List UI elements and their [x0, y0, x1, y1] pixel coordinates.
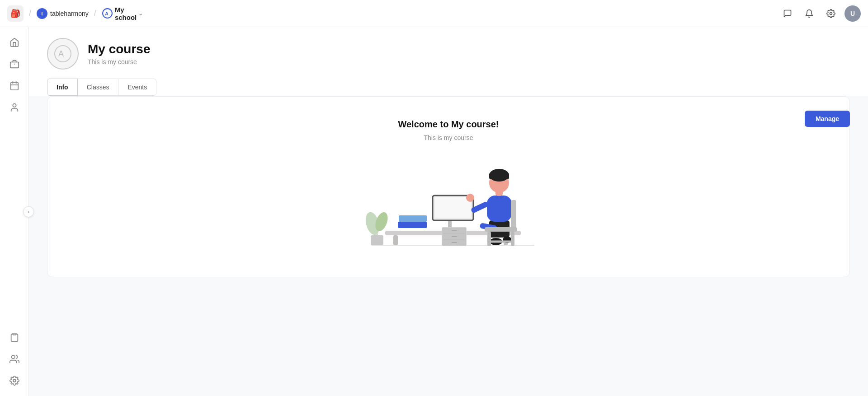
sidebar: › [0, 27, 29, 396]
course-header-info: A My course This is my course [47, 38, 850, 70]
course-subtitle: This is my course [88, 58, 151, 65]
svg-rect-39 [487, 196, 512, 222]
svg-rect-21 [393, 235, 398, 245]
breadcrumb-school[interactable]: A My school ⌄ [102, 6, 143, 21]
settings-button[interactable] [823, 5, 839, 22]
app-initial-text: t [41, 11, 43, 16]
tab-classes[interactable]: Classes [77, 79, 119, 96]
sidebar-bottom [5, 327, 24, 391]
page-header: A My course This is my course Info Class… [29, 27, 868, 96]
bell-icon [805, 9, 814, 18]
svg-rect-3 [10, 62, 18, 68]
toggle-chevron-icon: › [28, 209, 29, 214]
course-avatar: A [47, 38, 79, 70]
sidebar-item-clipboard[interactable] [5, 327, 24, 347]
svg-rect-24 [399, 215, 427, 222]
svg-rect-49 [487, 232, 491, 246]
main-layout: › [0, 27, 868, 396]
svg-rect-10 [13, 333, 16, 335]
welcome-subtitle: This is my course [424, 134, 473, 141]
breadcrumb-sep-2: / [94, 9, 96, 18]
sidebar-item-school[interactable] [5, 54, 24, 74]
manage-button[interactable]: Manage [805, 111, 850, 127]
message-icon [783, 9, 792, 18]
user-avatar[interactable]: U [844, 5, 861, 22]
sidebar-item-calendar[interactable] [5, 76, 24, 96]
tab-events[interactable]: Events [118, 79, 156, 96]
svg-rect-33 [452, 230, 457, 231]
topnav: 🎒 / t tableharmony / A My school ⌄ [0, 0, 868, 27]
sidebar-item-settings[interactable] [5, 371, 24, 391]
topnav-actions: U [779, 5, 861, 22]
svg-rect-16 [371, 235, 383, 245]
breadcrumb-app[interactable]: t tableharmony [37, 8, 89, 19]
course-text-info: My course This is my course [88, 42, 151, 65]
app-name-label: tableharmony [50, 10, 89, 17]
svg-rect-5 [10, 83, 18, 90]
home-icon [9, 37, 19, 47]
notifications-button[interactable] [801, 5, 817, 22]
svg-point-2 [830, 12, 832, 14]
clipboard-icon [9, 332, 19, 342]
sidebar-item-people[interactable] [5, 98, 24, 117]
svg-rect-35 [452, 242, 457, 243]
svg-point-9 [13, 104, 16, 107]
welcome-title: Welcome to My course! [398, 119, 499, 130]
breadcrumb-sep-1: / [29, 9, 31, 18]
sidebar-item-home[interactable] [5, 33, 24, 52]
gear-icon [826, 9, 835, 18]
logo-icon: 🎒 [10, 9, 20, 19]
messages-button[interactable] [779, 5, 796, 22]
svg-point-11 [11, 355, 14, 359]
svg-rect-23 [398, 222, 427, 228]
svg-rect-34 [452, 236, 457, 237]
page-content: A My course This is my course Info Class… [29, 27, 868, 396]
building-icon [9, 59, 19, 69]
svg-rect-28 [435, 197, 471, 218]
course-tabs: Info Classes Events [47, 79, 850, 96]
course-avatar-icon: A [54, 45, 72, 63]
svg-rect-43 [489, 173, 509, 179]
sidebar-item-team[interactable] [5, 349, 24, 369]
welcome-card: Welcome to My course! This is my course [47, 96, 850, 277]
svg-text:A: A [105, 11, 108, 16]
settings-icon [9, 376, 19, 386]
svg-rect-48 [485, 227, 517, 232]
school-name-label: My school [115, 6, 137, 21]
school-breadcrumb-icon: A [102, 8, 113, 19]
avatar-initials: U [850, 10, 855, 17]
app-logo[interactable]: 🎒 [7, 5, 24, 22]
svg-text:A: A [58, 49, 64, 58]
person-icon [9, 102, 19, 112]
calendar-icon [9, 81, 19, 91]
desk-illustration [344, 155, 552, 259]
svg-point-45 [466, 194, 474, 202]
school-chevron-icon: ⌄ [138, 10, 143, 17]
svg-point-12 [13, 379, 16, 382]
sidebar-toggle-button[interactable]: › [23, 206, 34, 217]
course-title: My course [88, 42, 151, 56]
users-icon [9, 354, 19, 364]
app-initial-badge: t [37, 8, 47, 19]
svg-rect-50 [511, 232, 514, 246]
tab-info[interactable]: Info [47, 79, 78, 96]
svg-rect-47 [511, 200, 516, 231]
